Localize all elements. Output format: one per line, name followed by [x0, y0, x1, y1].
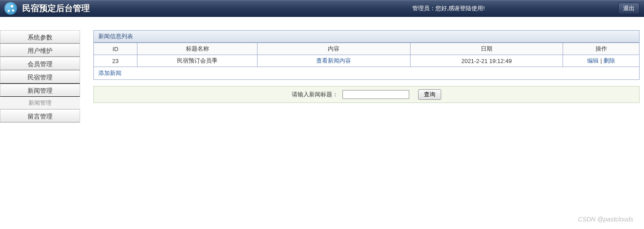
cell-date: 2021-2-21 19:12:49 [410, 55, 563, 67]
news-table: ID 标题名称 内容 日期 操作 23 民宿预订会员季 查看新闻内容 2021-… [93, 43, 640, 67]
sidebar-item-message-manage[interactable]: 留言管理 [0, 109, 80, 122]
col-id: ID [94, 43, 137, 55]
sidebar: 系统参数 用户维护 会员管理 民宿管理 新闻管理 新闻管理 留言管理 [0, 17, 80, 122]
edit-link[interactable]: 编辑 [587, 57, 599, 64]
search-input[interactable] [342, 90, 409, 99]
cell-id: 23 [94, 55, 137, 67]
col-action: 操作 [563, 43, 640, 55]
sidebar-item-homestay-manage[interactable]: 民宿管理 [0, 70, 80, 83]
col-date: 日期 [410, 43, 563, 55]
add-news-row: 添加新闻 [93, 67, 640, 80]
add-news-link[interactable]: 添加新闻 [98, 70, 121, 76]
search-button[interactable]: 查询 [418, 89, 441, 100]
delete-link[interactable]: 删除 [604, 57, 615, 64]
col-title: 标题名称 [137, 43, 258, 55]
col-content: 内容 [258, 43, 411, 55]
sidebar-item-system-params[interactable]: 系统参数 [0, 30, 80, 43]
cell-title: 民宿预订会员季 [137, 55, 258, 67]
view-content-link[interactable]: 查看新闻内容 [316, 57, 351, 64]
header-bar: 民宿预定后台管理 管理员：您好,感谢登陆使用! 退出 [0, 0, 644, 17]
sidebar-item-user-maintain[interactable]: 用户维护 [0, 43, 80, 57]
sidebar-item-member-manage[interactable]: 会员管理 [0, 57, 80, 70]
share-icon [4, 2, 17, 15]
sidebar-item-news-manage[interactable]: 新闻管理 [0, 83, 80, 97]
logout-button[interactable]: 退出 [618, 3, 640, 14]
main-content: 新闻信息列表 ID 标题名称 内容 日期 操作 23 民宿预订会员季 查看新闻内… [80, 17, 644, 122]
search-label: 请输入新闻标题： [292, 91, 338, 99]
admin-welcome: 管理员：您好,感谢登陆使用! [412, 4, 485, 12]
app-title: 民宿预定后台管理 [22, 3, 90, 14]
search-bar: 请输入新闻标题： 查询 [93, 86, 640, 103]
sidebar-subitem-news-manage[interactable]: 新闻管理 [0, 97, 80, 109]
table-row: 23 民宿预订会员季 查看新闻内容 2021-2-21 19:12:49 编辑 … [94, 55, 640, 67]
panel-title: 新闻信息列表 [93, 30, 640, 43]
